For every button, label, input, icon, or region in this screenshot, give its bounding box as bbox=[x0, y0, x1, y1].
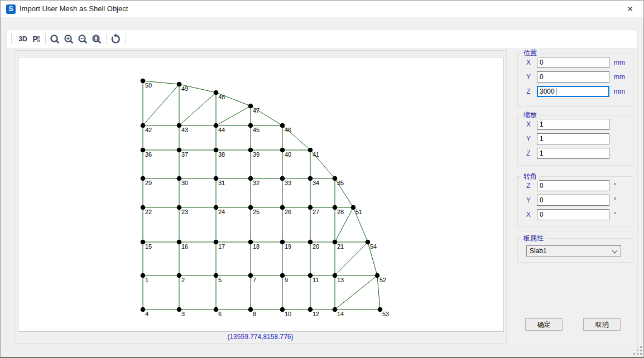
mesh-node[interactable] bbox=[248, 176, 253, 181]
mesh-node[interactable] bbox=[141, 240, 146, 245]
scale-group-title: 缩放 bbox=[521, 110, 539, 120]
close-icon[interactable]: ✕ bbox=[623, 1, 637, 17]
mesh-node[interactable] bbox=[177, 240, 182, 245]
mesh-node[interactable] bbox=[141, 273, 146, 278]
mesh-node[interactable] bbox=[214, 176, 219, 181]
zoom-tool-button[interactable] bbox=[49, 32, 61, 46]
mesh-node-label: 7 bbox=[253, 277, 256, 283]
mesh-node[interactable] bbox=[214, 123, 219, 128]
mesh-node-label: 30 bbox=[181, 180, 188, 186]
mesh-node[interactable] bbox=[280, 240, 285, 245]
mesh-node[interactable] bbox=[308, 273, 313, 278]
mesh-node[interactable] bbox=[280, 148, 285, 153]
mesh-node-label: 17 bbox=[218, 243, 225, 250]
position-y-input[interactable] bbox=[537, 71, 609, 83]
scale-y-row: Y bbox=[523, 133, 633, 144]
scale-z-label: Z bbox=[523, 149, 534, 157]
scale-y-input[interactable] bbox=[537, 133, 609, 144]
mesh-canvas[interactable]: 5049484746413551545253424344453637383940… bbox=[18, 57, 504, 332]
mesh-node[interactable] bbox=[214, 148, 219, 153]
mesh-node[interactable] bbox=[214, 240, 219, 245]
mesh-node[interactable] bbox=[333, 273, 338, 278]
mesh-node[interactable] bbox=[177, 205, 182, 210]
mesh-node[interactable] bbox=[177, 82, 182, 87]
zoom-window-button[interactable] bbox=[90, 32, 103, 46]
mesh-node[interactable] bbox=[333, 176, 338, 181]
position-x-input[interactable] bbox=[537, 57, 609, 68]
mesh-node[interactable] bbox=[351, 205, 356, 210]
position-x-unit: mm bbox=[614, 59, 625, 66]
rotation-z-input[interactable] bbox=[537, 180, 609, 191]
mesh-node[interactable] bbox=[333, 240, 338, 245]
position-z-input[interactable] bbox=[537, 86, 609, 97]
import-mesh-dialog: S Import User Mesh as Shell Object ✕ 3D … bbox=[0, 0, 644, 358]
mesh-node-label: 12 bbox=[313, 311, 319, 317]
mesh-node-label: 39 bbox=[253, 151, 259, 158]
mesh-node[interactable] bbox=[248, 273, 253, 278]
scale-group: 缩放 X Y Z bbox=[517, 115, 633, 166]
mesh-edge bbox=[143, 84, 179, 125]
mesh-node-label: 22 bbox=[145, 209, 152, 215]
mesh-node[interactable] bbox=[280, 307, 285, 312]
mesh-node[interactable] bbox=[141, 205, 146, 210]
mesh-node[interactable] bbox=[375, 273, 380, 278]
chevron-down-icon bbox=[612, 248, 618, 254]
toolbar-grip-handle[interactable] bbox=[11, 34, 13, 44]
rotation-y-input[interactable] bbox=[537, 195, 609, 206]
slab-select[interactable]: Slab1 bbox=[526, 245, 621, 257]
mesh-node[interactable] bbox=[141, 176, 146, 181]
view-3d-button[interactable]: 3D bbox=[17, 32, 29, 46]
ok-button[interactable]: 确定 bbox=[525, 318, 563, 331]
mesh-node[interactable] bbox=[248, 104, 253, 109]
restore-view-button[interactable] bbox=[109, 32, 122, 46]
mesh-node[interactable] bbox=[141, 307, 146, 312]
mesh-node[interactable] bbox=[308, 240, 313, 245]
mesh-node-label: 14 bbox=[337, 311, 344, 317]
mesh-node[interactable] bbox=[177, 123, 182, 128]
mesh-node[interactable] bbox=[214, 205, 219, 210]
mesh-node[interactable] bbox=[280, 176, 285, 181]
zoom-in-button[interactable] bbox=[63, 32, 75, 46]
mesh-node[interactable] bbox=[214, 273, 219, 278]
mesh-node-label: 51 bbox=[355, 209, 362, 215]
mesh-node[interactable] bbox=[141, 79, 146, 84]
view-plan-button[interactable]: P an bbox=[30, 32, 42, 46]
zoom-out-button[interactable] bbox=[76, 32, 89, 46]
mesh-node[interactable] bbox=[214, 307, 219, 312]
mesh-node[interactable] bbox=[308, 205, 313, 210]
mesh-node[interactable] bbox=[177, 307, 182, 312]
mesh-node[interactable] bbox=[378, 307, 383, 312]
mesh-node[interactable] bbox=[141, 148, 146, 153]
mesh-node[interactable] bbox=[248, 148, 253, 153]
mesh-node[interactable] bbox=[177, 148, 182, 153]
plan-view-glyph: P an bbox=[32, 35, 40, 43]
mesh-node[interactable] bbox=[333, 205, 338, 210]
mesh-node[interactable] bbox=[177, 273, 182, 278]
mesh-node[interactable] bbox=[214, 90, 219, 95]
cancel-button[interactable]: 取消 bbox=[583, 318, 621, 331]
mesh-node[interactable] bbox=[177, 176, 182, 181]
rotation-z-unit: ° bbox=[614, 182, 617, 190]
mesh-node[interactable] bbox=[333, 307, 338, 312]
mesh-node[interactable] bbox=[248, 240, 253, 245]
mesh-node[interactable] bbox=[141, 123, 146, 128]
mesh-node[interactable] bbox=[308, 176, 313, 181]
mesh-node[interactable] bbox=[308, 148, 313, 153]
mesh-node-label: 25 bbox=[253, 209, 259, 215]
mesh-node[interactable] bbox=[280, 123, 285, 128]
mesh-node-label: 50 bbox=[145, 82, 152, 89]
scale-z-input[interactable] bbox=[537, 148, 609, 159]
mesh-node[interactable] bbox=[248, 307, 253, 312]
scale-x-input[interactable] bbox=[537, 119, 609, 130]
mesh-node[interactable] bbox=[308, 307, 313, 312]
window-title: Import User Mesh as Shell Object bbox=[20, 1, 128, 17]
mesh-node[interactable] bbox=[248, 123, 253, 128]
mesh-node[interactable] bbox=[248, 205, 253, 210]
resize-grip[interactable] bbox=[633, 346, 642, 355]
mesh-node[interactable] bbox=[366, 240, 371, 245]
position-group: 位置 X mm Y mm Z mm bbox=[517, 53, 633, 107]
mesh-node-label: 10 bbox=[285, 311, 291, 317]
rotation-x-input[interactable] bbox=[537, 209, 609, 220]
mesh-node[interactable] bbox=[280, 205, 285, 210]
mesh-node[interactable] bbox=[280, 273, 285, 278]
